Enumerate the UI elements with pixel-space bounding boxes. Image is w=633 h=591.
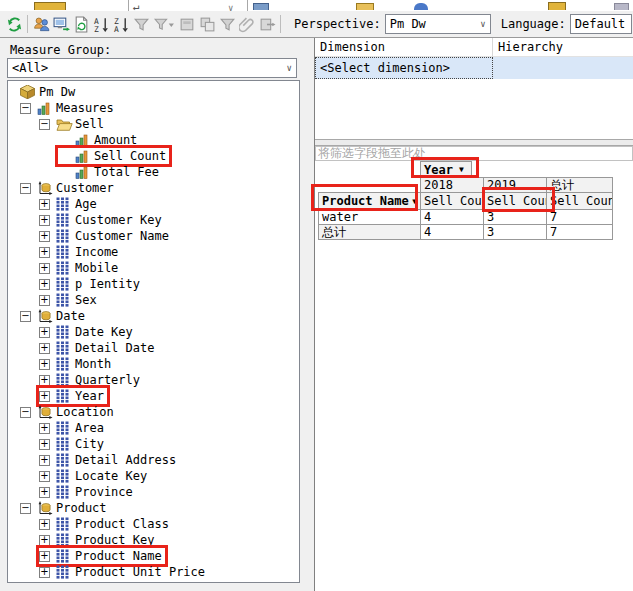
expander-plus-icon[interactable]: +	[39, 263, 50, 274]
measure-group-select[interactable]: <All> ∨	[7, 58, 297, 78]
tree-item-content: −Measures	[20, 100, 117, 116]
filter-drop-zone[interactable]: 将筛选字段拖至此处	[315, 146, 633, 161]
tree-item-customer[interactable]: −Customer	[8, 180, 299, 196]
attribute-icon	[56, 341, 73, 356]
tree-item-location[interactable]: −Location	[8, 404, 299, 420]
tree-item-date[interactable]: −Date	[8, 308, 299, 324]
filter-grid-row[interactable]: <Select dimension>	[315, 57, 633, 79]
expander-minus-icon[interactable]: −	[20, 183, 31, 194]
tree-item-income[interactable]: +Income	[8, 244, 299, 260]
expander-plus-icon[interactable]: +	[39, 551, 50, 562]
tree-item-quarterly[interactable]: +Quarterly	[8, 372, 299, 388]
expander-plus-icon[interactable]: +	[39, 375, 50, 386]
tree-item-sex[interactable]: +Sex	[8, 292, 299, 308]
expander-plus-icon[interactable]: +	[39, 567, 50, 578]
tree-item-label: Product Unit Price	[73, 565, 208, 579]
tree-item-label: Month	[73, 357, 114, 371]
pivot-column-header-总计[interactable]: 总计	[546, 177, 613, 193]
properties-icon[interactable]	[237, 14, 257, 34]
pivot-column-header-2018[interactable]: 2018	[420, 177, 484, 193]
tree-item-age[interactable]: +Age	[8, 196, 299, 212]
pivot-column-field-year[interactable]: Year▼	[420, 161, 472, 178]
expander-plus-icon[interactable]: +	[39, 455, 50, 466]
tree-item-province[interactable]: +Province	[8, 484, 299, 500]
pivot-measure-header-2019: Sell Count	[483, 192, 547, 210]
expander-plus-icon[interactable]: +	[39, 487, 50, 498]
tree-item-product-class[interactable]: +Product Class	[8, 516, 299, 532]
reconnect-icon[interactable]	[4, 14, 24, 34]
expander-plus-icon[interactable]: +	[39, 343, 50, 354]
tree-item-pm-dw[interactable]: Pm Dw	[8, 84, 299, 100]
show-empty-cells-icon[interactable]	[177, 14, 197, 34]
tree-item-customer-name[interactable]: +Customer Name	[8, 228, 299, 244]
expander-plus-icon[interactable]: +	[39, 215, 50, 226]
tree-item-mobile[interactable]: +Mobile	[8, 260, 299, 276]
tree-item-locate-key[interactable]: +Locate Key	[8, 468, 299, 484]
expander-plus-icon[interactable]: +	[39, 359, 50, 370]
tree-item-product-key[interactable]: +Product Key	[8, 532, 299, 548]
tree-item-detail-address[interactable]: +Detail Address	[8, 452, 299, 468]
pivot-column-header-2019[interactable]: 2019	[483, 177, 547, 193]
tree-item-p-ientity[interactable]: +p Ientity	[8, 276, 299, 292]
refresh-data-icon[interactable]	[71, 14, 91, 34]
tree-item-content: +Province	[39, 484, 136, 500]
tree-item-label: Age	[73, 197, 100, 211]
browse-users-icon[interactable]	[31, 14, 51, 34]
expander-minus-icon[interactable]: −	[20, 503, 31, 514]
tree-item-city[interactable]: +City	[8, 436, 299, 452]
tree-item-year[interactable]: +Year	[8, 388, 299, 404]
tree-item-product[interactable]: −Product	[8, 500, 299, 516]
export-icon[interactable]	[257, 14, 277, 34]
tree-item-sell-count[interactable]: Sell Count	[8, 148, 299, 164]
expander-plus-icon[interactable]: +	[39, 295, 50, 306]
pivot-row-field-product-name[interactable]: Product Name▼	[318, 192, 421, 210]
cube-browser-window: ↵ ∨ AZZA Perspective: Pm Dw ∨ Language: …	[0, 0, 633, 591]
filter-dropdown-icon[interactable]: ▼	[412, 197, 417, 206]
pivot-row-label-总计[interactable]: 总计	[318, 224, 421, 240]
expander-plus-icon[interactable]: +	[39, 423, 50, 434]
tree-item-product-name[interactable]: +Product Name	[8, 548, 299, 564]
perspective-select[interactable]: Pm Dw ∨	[385, 14, 491, 34]
language-select[interactable]: Default	[570, 14, 632, 34]
top-count-filter-icon[interactable]	[217, 14, 237, 34]
select-dimension-cell[interactable]: <Select dimension>	[315, 57, 493, 79]
tree-item-content: +Sex	[39, 292, 100, 308]
tree-item-area[interactable]: +Area	[8, 420, 299, 436]
sort-ascending-icon[interactable]: AZ	[91, 14, 111, 34]
expander-minus-icon[interactable]: −	[20, 103, 31, 114]
expander-plus-icon[interactable]: +	[39, 439, 50, 450]
hierarchy-column-header: Hierarchy	[493, 38, 633, 57]
expander-plus-icon[interactable]: +	[39, 535, 50, 546]
process-cube-icon[interactable]	[51, 14, 71, 34]
expander-plus-icon[interactable]: +	[39, 279, 50, 290]
expander-minus-icon[interactable]: −	[20, 311, 31, 322]
chevron-down-icon: ∨	[474, 19, 485, 29]
tree-item-month[interactable]: +Month	[8, 356, 299, 372]
tree-item-sell[interactable]: −Sell	[8, 116, 299, 132]
horizontal-splitter[interactable]	[315, 139, 633, 146]
tree-item-detail-date[interactable]: +Detail Date	[8, 340, 299, 356]
expander-plus-icon[interactable]: +	[39, 199, 50, 210]
pivot-row-label-water[interactable]: water	[318, 209, 421, 225]
drillthrough-icon[interactable]	[197, 14, 217, 34]
expander-plus-icon[interactable]: +	[39, 247, 50, 258]
expander-minus-icon[interactable]: −	[20, 407, 31, 418]
filter-dropdown-icon[interactable]: ▼	[459, 165, 464, 174]
sort-descending-icon[interactable]: ZA	[111, 14, 131, 34]
filter-grid-header: Dimension Hierarchy	[315, 38, 633, 57]
tree-item-label: City	[73, 437, 107, 451]
tree-item-measures[interactable]: −Measures	[8, 100, 299, 116]
filter-icon[interactable]	[131, 14, 151, 34]
tree-item-customer-key[interactable]: +Customer Key	[8, 212, 299, 228]
expander-plus-icon[interactable]: +	[39, 391, 50, 402]
expander-plus-icon[interactable]: +	[39, 231, 50, 242]
tree-item-amount[interactable]: Amount	[8, 132, 299, 148]
expander-plus-icon[interactable]: +	[39, 519, 50, 530]
expander-plus-icon[interactable]: +	[39, 327, 50, 338]
tree-item-date-key[interactable]: +Date Key	[8, 324, 299, 340]
autofilter-dropdown-icon[interactable]	[151, 14, 177, 34]
tree-item-product-unit-price[interactable]: +Product Unit Price	[8, 564, 299, 580]
tree-item-total-fee[interactable]: Total Fee	[8, 164, 299, 180]
expander-minus-icon[interactable]: −	[39, 119, 50, 130]
expander-plus-icon[interactable]: +	[39, 471, 50, 482]
